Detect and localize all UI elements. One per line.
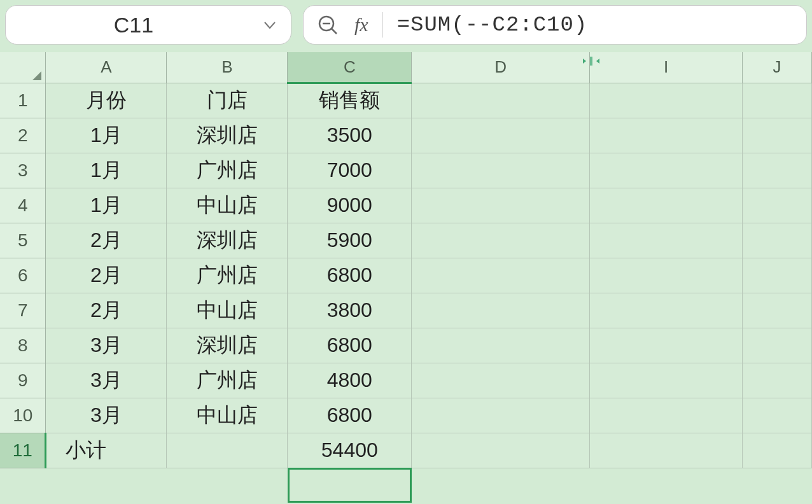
cell-j8[interactable] (743, 328, 812, 363)
cell-b2[interactable]: 深圳店 (167, 118, 288, 153)
col-header-a[interactable]: A (46, 52, 167, 83)
cell-a11[interactable]: 小计 (46, 433, 167, 468)
cell-d5[interactable] (412, 223, 590, 258)
formula-bar-area: C11 fx =SUM(--C2:C10) (0, 0, 812, 52)
row-header[interactable]: 3 (0, 153, 46, 188)
row-header[interactable]: 10 (0, 398, 46, 433)
cell-a7[interactable]: 2月 (46, 293, 167, 328)
cell-j4[interactable] (743, 188, 812, 223)
row-header[interactable]: 2 (0, 118, 46, 153)
cell-j9[interactable] (743, 363, 812, 398)
row-header[interactable]: 8 (0, 328, 46, 363)
col-header-c[interactable]: C (288, 52, 412, 83)
cell-a3[interactable]: 1月 (46, 153, 167, 188)
cell-j3[interactable] (743, 153, 812, 188)
cell-c9[interactable]: 4800 (288, 363, 412, 398)
cell-d6[interactable] (412, 258, 590, 293)
cell-b1[interactable]: 门店 (167, 83, 288, 118)
cell-b11[interactable] (167, 433, 288, 468)
cell-c8[interactable]: 6800 (288, 328, 412, 363)
cell-c6[interactable]: 6800 (288, 258, 412, 293)
cell-b3[interactable]: 广州店 (167, 153, 288, 188)
cell-d10[interactable] (412, 398, 590, 433)
cell-a6[interactable]: 2月 (46, 258, 167, 293)
cell-b5[interactable]: 深圳店 (167, 223, 288, 258)
cell-i6[interactable] (590, 258, 743, 293)
spreadsheet-grid[interactable]: A B C D I J 1 月份 门店 销售额 2 1月 深圳店 3500 3 … (0, 52, 812, 468)
cell-i3[interactable] (590, 153, 743, 188)
cell-d3[interactable] (412, 153, 590, 188)
cell-d8[interactable] (412, 328, 590, 363)
row-header[interactable]: 4 (0, 188, 46, 223)
col-header-i[interactable]: I (590, 52, 743, 83)
cell-j1[interactable] (743, 83, 812, 118)
cell-b7[interactable]: 中山店 (167, 293, 288, 328)
cell-j7[interactable] (743, 293, 812, 328)
cell-a5[interactable]: 2月 (46, 223, 167, 258)
row-header[interactable]: 5 (0, 223, 46, 258)
svg-line-2 (332, 29, 337, 34)
cell-d9[interactable] (412, 363, 590, 398)
cell-reference: C11 (6, 13, 262, 38)
cell-a2[interactable]: 1月 (46, 118, 167, 153)
cell-c5[interactable]: 5900 (288, 223, 412, 258)
fx-icon[interactable]: fx (354, 14, 368, 36)
cell-i9[interactable] (590, 363, 743, 398)
cell-i11[interactable] (590, 433, 743, 468)
cell-c3[interactable]: 7000 (288, 153, 412, 188)
cell-a9[interactable]: 3月 (46, 363, 167, 398)
cell-c4[interactable]: 9000 (288, 188, 412, 223)
row-header[interactable]: 11 (0, 433, 46, 468)
cell-b10[interactable]: 中山店 (167, 398, 288, 433)
select-all-corner[interactable] (0, 52, 46, 83)
row-header[interactable]: 9 (0, 363, 46, 398)
col-header-d[interactable]: D (412, 52, 590, 83)
name-box[interactable]: C11 (5, 5, 291, 45)
cell-d2[interactable] (412, 118, 590, 153)
cell-i7[interactable] (590, 293, 743, 328)
row-header[interactable]: 1 (0, 83, 46, 118)
cell-d4[interactable] (412, 188, 590, 223)
cell-j5[interactable] (743, 223, 812, 258)
cell-b4[interactable]: 中山店 (167, 188, 288, 223)
cell-a10[interactable]: 3月 (46, 398, 167, 433)
cell-b6[interactable]: 广州店 (167, 258, 288, 293)
formula-bar[interactable]: fx =SUM(--C2:C10) (303, 5, 807, 45)
cell-c7[interactable]: 3800 (288, 293, 412, 328)
cell-i4[interactable] (590, 188, 743, 223)
row-header[interactable]: 7 (0, 293, 46, 328)
cell-d1[interactable] (412, 83, 590, 118)
cell-i8[interactable] (590, 328, 743, 363)
cell-a4[interactable]: 1月 (46, 188, 167, 223)
cell-j11[interactable] (743, 433, 812, 468)
chevron-down-icon[interactable] (262, 17, 278, 33)
cell-b9[interactable]: 广州店 (167, 363, 288, 398)
cell-c11[interactable]: 54400 (288, 433, 412, 468)
cell-i5[interactable] (590, 223, 743, 258)
cell-j6[interactable] (743, 258, 812, 293)
cell-j10[interactable] (743, 398, 812, 433)
row-header[interactable]: 6 (0, 258, 46, 293)
cell-i1[interactable] (590, 83, 743, 118)
cell-d11[interactable] (412, 433, 590, 468)
cell-a8[interactable]: 3月 (46, 328, 167, 363)
col-header-j[interactable]: J (743, 52, 812, 83)
cell-b8[interactable]: 深圳店 (167, 328, 288, 363)
divider (382, 12, 383, 38)
cell-d7[interactable] (412, 293, 590, 328)
cell-i2[interactable] (590, 118, 743, 153)
col-header-b[interactable]: B (167, 52, 288, 83)
cell-c2[interactable]: 3500 (288, 118, 412, 153)
cell-c10[interactable]: 6800 (288, 398, 412, 433)
cell-i10[interactable] (590, 398, 743, 433)
zoom-out-icon[interactable] (315, 12, 340, 38)
cell-a1[interactable]: 月份 (46, 83, 167, 118)
cell-c1[interactable]: 销售额 (288, 83, 412, 118)
cell-j2[interactable] (743, 118, 812, 153)
active-cell-outline (288, 468, 412, 503)
formula-input[interactable]: =SUM(--C2:C10) (397, 13, 588, 37)
